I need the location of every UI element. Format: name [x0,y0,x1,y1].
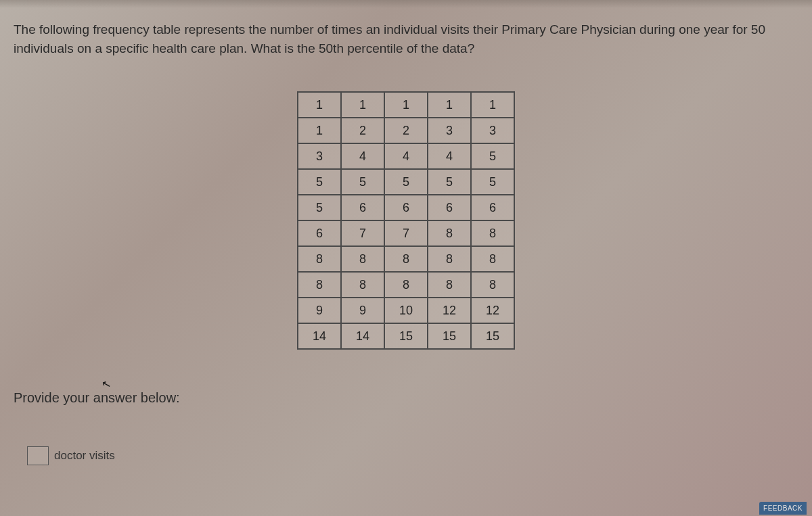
table-row: 55555 [298,169,514,195]
table-cell: 4 [428,143,471,169]
table-row: 12233 [298,118,514,143]
answer-input-row: doctor visits [27,446,798,465]
table-cell: 8 [341,272,384,298]
table-cell: 8 [298,272,341,298]
feedback-button[interactable]: FEEDBACK [759,502,807,515]
table-cell: 3 [471,118,514,143]
table-cell: 8 [298,246,341,272]
table-cell: 1 [428,92,471,118]
table-cell: 8 [471,220,514,246]
table-cell: 3 [428,118,471,143]
table-cell: 8 [471,246,514,272]
table-cell: 12 [428,298,471,323]
table-cell: 3 [298,143,341,169]
answer-label: doctor visits [54,449,115,463]
table-cell: 15 [471,323,514,349]
table-cell: 5 [471,169,514,195]
table-cell: 12 [471,298,514,323]
table-row: 99101212 [298,298,514,323]
table-cell: 8 [384,246,428,272]
table-cell: 5 [298,195,341,220]
table-cell: 6 [428,195,471,220]
table-row: 56666 [298,195,514,220]
table-cell: 9 [341,298,384,323]
table-cell: 5 [384,169,428,195]
answer-input[interactable] [27,446,49,465]
table-cell: 6 [298,220,341,246]
table-cell: 8 [471,272,514,298]
table-row: 88888 [298,246,514,272]
table-row: 1414151515 [298,323,514,349]
table-row: 88888 [298,272,514,298]
table-cell: 1 [341,92,384,118]
table-cell: 8 [428,246,471,272]
table-cell: 4 [341,143,384,169]
table-cell: 15 [428,323,471,349]
table-cell: 5 [428,169,471,195]
table-cell: 1 [298,92,341,118]
table-cell: 15 [384,323,428,349]
answer-prompt-text: Provide your answer below: [14,390,180,405]
data-table: 1111112233344455555556666677888888888888… [297,91,515,350]
data-table-wrap: 1111112233344455555556666677888888888888… [14,91,798,350]
table-cell: 8 [428,220,471,246]
answer-prompt: ↖ Provide your answer below: [14,390,798,406]
table-cell: 6 [471,195,514,220]
table-cell: 2 [384,118,428,143]
table-row: 11111 [298,92,514,118]
table-cell: 10 [384,298,428,323]
table-cell: 8 [428,272,471,298]
table-cell: 7 [384,220,428,246]
table-row: 34445 [298,143,514,169]
table-cell: 8 [341,246,384,272]
table-cell: 5 [471,143,514,169]
table-cell: 2 [341,118,384,143]
table-cell: 9 [298,298,341,323]
table-row: 67788 [298,220,514,246]
table-cell: 1 [384,92,428,118]
table-cell: 14 [298,323,341,349]
table-cell: 7 [341,220,384,246]
table-cell: 6 [341,195,384,220]
table-cell: 6 [384,195,428,220]
top-shadow [0,0,812,8]
table-cell: 1 [471,92,514,118]
table-cell: 1 [298,118,341,143]
table-cell: 14 [341,323,384,349]
table-cell: 4 [384,143,428,169]
table-cell: 5 [298,169,341,195]
question-text: The following frequency table represents… [14,20,798,57]
answer-section: ↖ Provide your answer below: doctor visi… [14,390,798,465]
table-cell: 8 [384,272,428,298]
table-cell: 5 [341,169,384,195]
